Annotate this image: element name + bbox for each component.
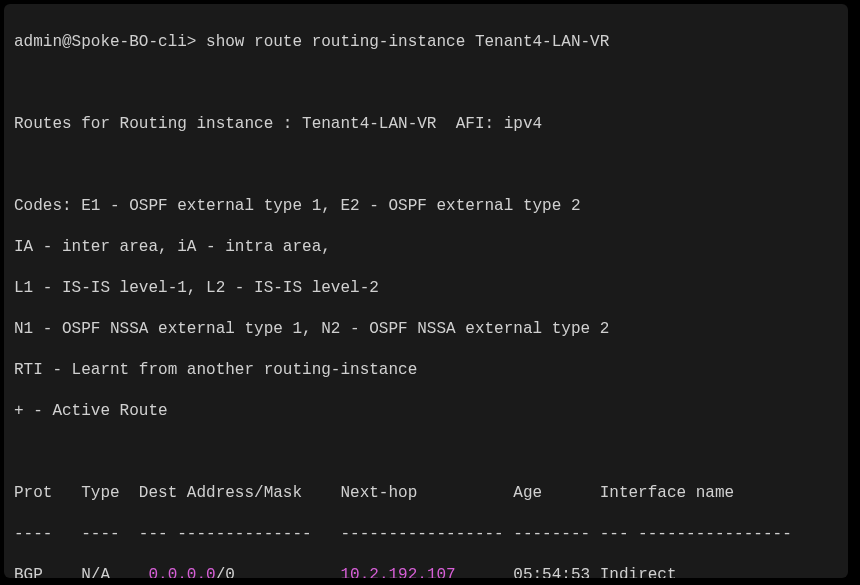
blank-line (14, 73, 838, 93)
codes-line-5: RTI - Learnt from another routing-instan… (14, 360, 838, 380)
routes-table-body: BGP N/A 0.0.0.0/0 10.2.192.107 05:54:53 … (14, 565, 838, 578)
blank-line (14, 155, 838, 175)
route-age: 05:54:53 (513, 566, 599, 578)
route-interface: Indirect (600, 566, 677, 578)
codes-line-2: IA - inter area, iA - intra area, (14, 237, 838, 257)
route-prot-type: BGP N/A (14, 566, 148, 578)
codes-line-6: + - Active Route (14, 401, 838, 421)
route-nexthop-pad (456, 566, 514, 578)
codes-line-4: N1 - OSPF NSSA external type 1, N2 - OSP… (14, 319, 838, 339)
prompt-command: show route routing-instance Tenant4-LAN-… (196, 33, 609, 51)
route-nexthop: 10.2.192.107 (340, 566, 455, 578)
routes-header-ipv4: Routes for Routing instance : Tenant4-LA… (14, 114, 838, 134)
route-dest-address: 0.0.0.0 (148, 566, 215, 578)
codes-line-1: Codes: E1 - OSPF external type 1, E2 - O… (14, 196, 838, 216)
table-dashes-row: ---- ---- --- -------------- -----------… (14, 524, 838, 544)
prompt-line-1: admin@Spoke-BO-cli> show route routing-i… (14, 32, 838, 52)
route-mask: /0 (216, 566, 341, 578)
prompt-user-host: admin@Spoke-BO-cli> (14, 33, 196, 51)
blank-line (14, 442, 838, 462)
route-row: BGP N/A 0.0.0.0/0 10.2.192.107 05:54:53 … (14, 565, 838, 578)
terminal-window[interactable]: admin@Spoke-BO-cli> show route routing-i… (4, 4, 848, 578)
table-header-row: Prot Type Dest Address/Mask Next-hop Age… (14, 483, 838, 503)
codes-line-3: L1 - IS-IS level-1, L2 - IS-IS level-2 (14, 278, 838, 298)
